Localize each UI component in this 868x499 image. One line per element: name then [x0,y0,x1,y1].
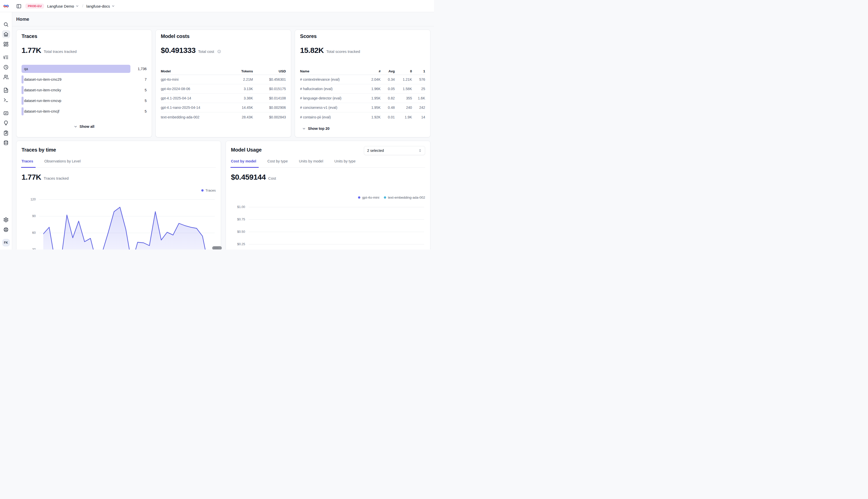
traces-card: Traces 1.77K Total traces tracked qa1,73… [16,29,152,137]
row-value: 3.13K [223,87,253,91]
settings-icon [3,217,9,222]
sidebar: FK [0,12,12,250]
lightbulb-icon [3,120,9,126]
column-header: USD [253,69,286,73]
legend-dot-icon [384,196,386,199]
legend-dot-icon [201,189,204,192]
bar-track: dataset-run-item-cmcky [22,86,130,94]
row-value: 1.95K [362,96,381,100]
table-row: gpt-4o-mini2.21M$0.456301 [161,75,286,84]
sidebar-item-tracing[interactable] [2,53,10,61]
traces-by-time-tabs: TracesObservations by Level [22,159,216,168]
sidebar-item-support[interactable] [2,226,10,233]
bar-track: dataset-run-item-cmc29 [22,75,130,84]
model-usage-tabs: Cost by modelCost by typeUnits by modelU… [231,159,425,168]
terminal-icon [3,97,9,103]
main-content: Traces 1.77K Total traces tracked qa1,73… [12,26,434,250]
list-tree-icon [3,54,9,60]
trace-name-label: dataset-run-item-cmcky [24,86,61,94]
model-costs-table: ModelTokensUSDgpt-4o-mini2.21M$0.456301g… [161,68,286,122]
legend-item: gpt-4o-mini [358,196,379,199]
show-all-button[interactable]: Show all [74,124,94,129]
row-value: 28.43K [223,115,253,119]
clock-icon [3,64,9,70]
sidebar-item-home[interactable] [2,30,10,38]
sidebar-item-sessions[interactable] [2,63,10,71]
show-top-20-button[interactable]: Show top 20 [302,126,330,131]
home-icon [3,32,9,37]
sidebar-item-dashboards[interactable] [2,40,10,48]
langfuse-logo-icon [3,3,9,9]
mu-tab-cost-by-type[interactable]: Cost by type [267,159,289,167]
row-value: 240 [395,106,412,110]
tbt-tab-traces[interactable]: Traces [22,159,34,167]
horizontal-scrollbar-thumb[interactable] [212,246,222,250]
sidebar-item-users[interactable] [2,73,10,81]
traces-chart-legend: Traces [201,188,216,192]
model-usage-title: Model Usage [231,147,262,153]
row-name: gpt-4.1-nano-2025-04-14 [161,106,223,110]
table-row: # language-detector (eval)1.95K0.823551.… [300,94,425,103]
search-icon [3,22,9,27]
trace-count: 1,736 [138,65,146,73]
mu-tab-units-by-type[interactable]: Units by type [334,159,357,167]
row-value: 1.21K [395,77,412,82]
traces-total-label: Total traces tracked [44,49,77,54]
tbt-tab-observations-by-level[interactable]: Observations by Level [44,159,82,167]
row-value: 1.6K [412,96,425,100]
bar-fill [22,97,24,105]
gridline [249,244,424,244]
info-icon[interactable] [217,50,221,53]
row-value: $0.002843 [253,115,286,119]
trace-bar-row: qa1,736 [22,65,146,73]
scores-table: Name#Avg01# contextrelevance (eval)2.04K… [300,68,425,122]
trace-bar-row: dataset-run-item-cmcky5 [22,86,146,94]
sidebar-item-prompts[interactable] [2,86,10,94]
scores-card: Scores 15.82K Total scores tracked Name#… [295,29,430,137]
users-icon [3,74,9,80]
sidebar-item-search[interactable] [2,20,10,28]
project-switcher[interactable]: langfuse-docs [86,4,115,8]
mu-tab-units-by-model[interactable]: Units by model [299,159,324,167]
table-row: # contains-pii (eval)1.92K0.011.9K14 [300,112,425,122]
row-name: gpt-4.1-2025-04-14 [161,96,223,100]
traces-total-metric: 1.77K [22,46,41,54]
page-heading-row: Home [12,12,434,26]
chevron-down-icon [302,127,306,131]
trace-bar-row: dataset-run-item-cmcjf5 [22,107,146,115]
table-row: text-embedding-ada-00228.43K$0.002843 [161,112,286,122]
axis-tick-label: 30 [23,248,36,250]
file-code-icon [3,87,9,93]
mu-tab-cost-by-model[interactable]: Cost by model [231,159,257,167]
org-switcher[interactable]: Langfuse Demo [47,4,79,8]
row-value: 1.9K [395,115,412,119]
model-costs-card: Model costs $0.491333 Total cost ModelTo… [155,29,291,137]
chevrons-up-down-icon [418,149,422,152]
sidebar-item-insights[interactable] [2,119,10,127]
trace-bar-row: dataset-run-item-cmcvp5 [22,97,146,105]
row-value: 0.34 [381,77,395,82]
axis-tick-label: $1.00 [232,205,245,209]
scores-card-title: Scores [300,33,317,39]
legend-dot-icon [358,196,360,199]
breadcrumb: PROD-EU Langfuse Demo / langfuse-docs [25,0,115,12]
trace-count: 5 [145,97,146,105]
sidebar-toggle-button[interactable] [16,3,22,9]
sidebar-item-annotation-queues[interactable] [2,129,10,137]
user-avatar[interactable]: FK [2,239,10,246]
sidebar-item-settings[interactable] [2,216,10,224]
row-value: 0.01 [381,115,395,119]
row-name: # contains-pii (eval) [300,115,362,119]
gridline [249,207,424,207]
row-value: 25 [412,87,425,91]
row-value: 0.48 [381,106,395,110]
percent-badge-icon [3,111,9,116]
sidebar-item-playground[interactable] [2,96,10,104]
trace-name-label: dataset-run-item-cmcjf [24,107,59,115]
traces-time-chart: 120906030 [22,195,216,250]
sidebar-item-evaluators[interactable] [2,109,10,117]
bar-fill [22,75,24,84]
model-select[interactable]: 2 selected [364,146,425,155]
sidebar-item-datasets[interactable] [2,139,10,147]
row-name: gpt-4o-mini [161,77,223,82]
